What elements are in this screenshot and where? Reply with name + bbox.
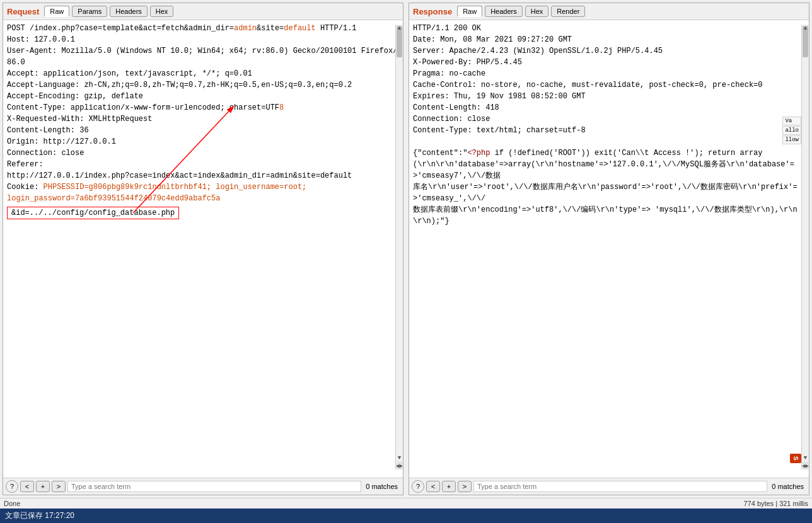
request-footer: ? < + > 0 matches [3,478,403,495]
request-scroll-up[interactable]: ▲ [397,25,402,32]
response-prev-button[interactable]: < [426,481,440,492]
request-help-button[interactable]: ? [6,480,18,493]
request-next-button[interactable]: > [52,481,66,492]
request-header: Request Raw Params Headers Hex [3,3,403,20]
boxed-param: &id=../../config/config_database.php [7,207,399,219]
response-help-button[interactable]: ? [412,480,424,493]
request-search-input[interactable] [67,481,361,492]
burp-extension-button[interactable]: S [790,454,801,463]
response-header: Response Raw Headers Hex Render [409,3,809,20]
tab-render-response[interactable]: Render [551,6,585,17]
tab-raw-request[interactable]: Raw [44,6,69,17]
request-scroll-down[interactable]: ▼ [397,454,402,462]
response-scroll-down[interactable]: ▼ [803,454,808,462]
status-bar: Done 774 bytes | 321 millis [0,498,812,509]
side-label-allo: allo [782,126,801,135]
response-scrollbar[interactable]: ▼ ▲ ◀▶ [801,25,809,469]
taskbar-text: 文章已保存 17:27:20 [5,510,74,521]
panel-divider [405,0,407,498]
tab-params-request[interactable]: Params [72,6,107,17]
tab-headers-response[interactable]: Headers [485,6,523,17]
request-scrollbar[interactable]: ▼ ▲ ◀▶ [395,25,403,469]
main-container: Request Raw Params Headers Hex POST /ind… [0,0,812,498]
status-left: Done [4,500,20,507]
response-search-input[interactable] [473,481,767,492]
response-scroll-up[interactable]: ▲ [803,25,808,32]
request-body: POST /index.php?case=template&act=fetch&… [7,23,399,204]
request-content: POST /index.php?case=template&act=fetch&… [3,20,403,478]
tab-hex-response[interactable]: Hex [525,6,549,17]
response-h-scroll[interactable]: ◀▶ [803,462,808,469]
side-label-llow: llow [782,135,801,144]
request-h-scroll[interactable]: ◀▶ [397,462,402,469]
request-title: Request [7,7,39,16]
request-matches-label: 0 matches [363,483,400,490]
response-next-button[interactable]: > [458,481,472,492]
tab-raw-response[interactable]: Raw [457,6,482,17]
id-param-box: &id=../../config/config_database.php [7,207,179,219]
request-panel: Request Raw Params Headers Hex POST /ind… [3,3,403,495]
response-footer: ? < + > 0 matches [409,478,809,495]
response-body: HTTP/1.1 200 OK Date: Mon, 08 Mar 2021 0… [413,23,800,227]
response-title: Response [413,7,452,16]
response-panel: Response Raw Headers Hex Render HTTP/1.1… [409,3,809,495]
response-plus-button[interactable]: + [442,481,456,492]
request-prev-button[interactable]: < [20,481,34,492]
tab-hex-request[interactable]: Hex [150,6,174,17]
side-label-val: Va [782,117,801,125]
status-right: 774 bytes | 321 millis [743,500,808,507]
request-plus-button[interactable]: + [36,481,50,492]
tab-headers-request[interactable]: Headers [110,6,148,17]
response-matches-label: 0 matches [769,483,806,490]
taskbar: 文章已保存 17:27:20 [0,509,812,523]
response-side-labels: Va allo llow [782,117,801,144]
response-content: HTTP/1.1 200 OK Date: Mon, 08 Mar 2021 0… [409,20,809,478]
